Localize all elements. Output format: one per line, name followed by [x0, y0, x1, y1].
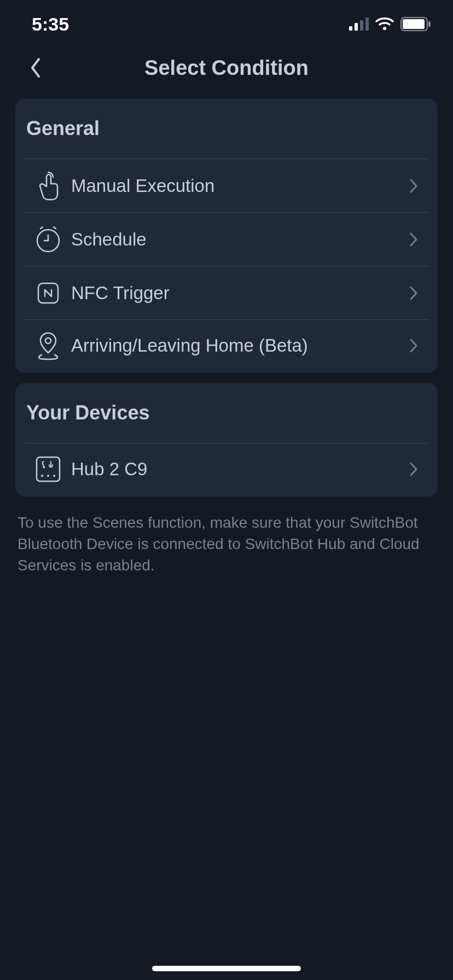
nav-bar: Select Condition	[0, 48, 453, 88]
row-label: NFC Trigger	[67, 283, 409, 304]
page-title: Select Condition	[144, 56, 309, 80]
schedule-icon	[30, 225, 67, 254]
hub-icon	[30, 455, 67, 483]
chevron-left-icon	[29, 57, 42, 79]
row-arriving-leaving[interactable]: Arriving/Leaving Home (Beta)	[24, 319, 429, 373]
chevron-right-icon	[409, 178, 418, 194]
svg-rect-2	[360, 20, 363, 31]
status-icons	[349, 17, 431, 31]
svg-rect-7	[428, 21, 431, 27]
status-bar: 5:35	[0, 0, 453, 48]
content: General Manual Execution	[0, 88, 453, 576]
devices-card: Your Devices Hub 2 C9	[15, 383, 438, 497]
location-icon	[30, 331, 67, 360]
devices-header: Your Devices	[15, 383, 438, 443]
row-label: Schedule	[67, 229, 409, 250]
row-hub2[interactable]: Hub 2 C9	[24, 443, 429, 497]
back-button[interactable]	[22, 54, 49, 81]
row-label: Arriving/Leaving Home (Beta)	[67, 335, 409, 356]
row-nfc-trigger[interactable]: NFC Trigger	[24, 266, 429, 319]
cellular-icon	[349, 18, 369, 31]
row-label: Hub 2 C9	[67, 459, 409, 480]
svg-rect-11	[37, 457, 60, 481]
row-label: Manual Execution	[67, 176, 409, 196]
svg-point-14	[53, 475, 55, 477]
row-schedule[interactable]: Schedule	[24, 212, 429, 266]
svg-point-4	[383, 27, 386, 30]
svg-rect-1	[355, 23, 358, 31]
svg-rect-3	[365, 18, 369, 31]
general-header: General	[15, 98, 438, 159]
footer-text: To use the Scenes function, make sure th…	[15, 506, 438, 576]
svg-point-10	[45, 338, 51, 343]
svg-rect-6	[403, 19, 425, 29]
manual-execution-icon	[30, 171, 67, 201]
nfc-icon	[30, 281, 67, 305]
wifi-icon	[375, 18, 394, 31]
chevron-right-icon	[409, 232, 418, 247]
svg-point-13	[47, 475, 49, 477]
home-indicator[interactable]	[152, 966, 301, 971]
svg-rect-0	[349, 26, 352, 31]
battery-icon	[400, 17, 431, 31]
status-time: 5:35	[32, 14, 69, 35]
row-manual-execution[interactable]: Manual Execution	[24, 159, 429, 212]
general-card: General Manual Execution	[15, 98, 438, 373]
chevron-right-icon	[409, 338, 418, 353]
chevron-right-icon	[409, 285, 418, 301]
svg-point-12	[41, 475, 43, 477]
chevron-right-icon	[409, 462, 418, 477]
